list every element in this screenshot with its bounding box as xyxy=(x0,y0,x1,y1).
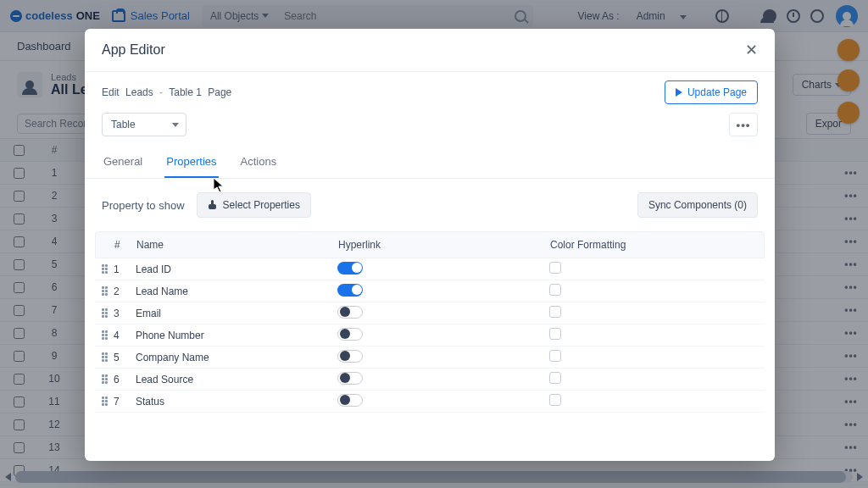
sync-components-button[interactable]: Sync Components (0) xyxy=(637,192,758,218)
select-properties-label: Select Properties xyxy=(223,199,300,211)
more-options-button[interactable]: ••• xyxy=(729,113,758,136)
property-number: 1 xyxy=(114,263,136,275)
property-name: Lead Source xyxy=(136,374,337,385)
tab-general[interactable]: General xyxy=(102,147,144,178)
property-name: Company Name xyxy=(136,352,337,363)
drag-handle-icon[interactable] xyxy=(95,330,114,340)
view-type-select[interactable]: Table xyxy=(102,113,186,136)
select-properties-button[interactable]: Select Properties xyxy=(197,192,311,218)
close-button[interactable]: ✕ xyxy=(745,41,758,59)
crumb-page: Page xyxy=(208,86,231,98)
drag-handle-icon[interactable] xyxy=(95,286,114,296)
property-number: 4 xyxy=(114,330,136,341)
hyperlink-toggle[interactable] xyxy=(337,350,363,363)
app-editor-modal: App Editor ✕ Edit Leads - Table 1 Page U… xyxy=(85,29,775,461)
property-row: 6Lead Source xyxy=(95,369,765,391)
modal-title: App Editor xyxy=(102,42,165,58)
update-page-label: Update Page xyxy=(687,86,747,98)
hyperlink-toggle[interactable] xyxy=(337,394,363,407)
drag-handle-icon[interactable] xyxy=(95,264,114,274)
property-name: Status xyxy=(136,396,337,408)
drag-handle-icon[interactable] xyxy=(95,352,114,362)
col-name: Name xyxy=(136,239,338,251)
properties-table-header: # Name Hyperlink Color Formatting xyxy=(95,231,765,258)
property-row: 1Lead ID xyxy=(95,258,765,280)
hyperlink-toggle[interactable] xyxy=(337,372,363,385)
property-number: 7 xyxy=(114,396,136,408)
col-number: # xyxy=(114,239,136,251)
hyperlink-toggle[interactable] xyxy=(337,306,363,319)
property-number: 5 xyxy=(114,352,136,363)
hyperlink-toggle[interactable] xyxy=(337,328,363,341)
view-type-value: Table xyxy=(111,119,136,130)
modal-tabs: General Properties Actions xyxy=(85,147,775,179)
tab-properties[interactable]: Properties xyxy=(164,147,218,178)
color-formatting-checkbox[interactable] xyxy=(549,328,561,340)
breadcrumb: Edit Leads - Table 1 Page xyxy=(102,86,231,98)
crumb-leads[interactable]: Leads xyxy=(125,86,153,98)
paper-plane-icon xyxy=(676,88,682,97)
crumb-edit[interactable]: Edit xyxy=(102,86,120,98)
crumb-sep: - xyxy=(159,86,163,98)
drag-handle-icon[interactable] xyxy=(95,308,114,318)
property-name: Email xyxy=(136,308,337,319)
chevron-down-icon xyxy=(172,123,179,127)
pointer-icon xyxy=(208,200,218,210)
modal-toolbar: Table ••• xyxy=(85,113,775,147)
hyperlink-toggle[interactable] xyxy=(337,284,363,297)
color-formatting-checkbox[interactable] xyxy=(549,394,561,406)
hyperlink-toggle[interactable] xyxy=(337,262,363,274)
property-row: 3Email xyxy=(95,302,765,324)
property-name: Lead Name xyxy=(136,286,337,297)
property-number: 3 xyxy=(114,308,136,319)
property-row: 5Company Name xyxy=(95,347,765,369)
property-toolbar: Property to show Select Properties Sync … xyxy=(85,179,775,231)
update-page-button[interactable]: Update Page xyxy=(665,80,758,104)
crumb-table[interactable]: Table 1 xyxy=(169,86,202,98)
property-name: Lead ID xyxy=(136,263,337,275)
col-hyperlink: Hyperlink xyxy=(338,239,550,251)
modal-header: App Editor ✕ xyxy=(85,29,775,72)
property-number: 6 xyxy=(114,374,136,385)
property-to-show-label: Property to show xyxy=(102,199,185,212)
modal-breadcrumb-row: Edit Leads - Table 1 Page Update Page xyxy=(85,72,775,113)
tab-actions[interactable]: Actions xyxy=(239,147,279,178)
col-color-formatting: Color Formatting xyxy=(550,239,764,251)
property-number: 2 xyxy=(114,286,136,297)
drag-handle-icon[interactable] xyxy=(95,396,114,406)
property-row: 7Status xyxy=(95,391,765,413)
color-formatting-checkbox[interactable] xyxy=(549,306,561,318)
property-row: 2Lead Name xyxy=(95,280,765,302)
drag-handle-icon[interactable] xyxy=(95,374,114,384)
color-formatting-checkbox[interactable] xyxy=(549,262,561,274)
color-formatting-checkbox[interactable] xyxy=(549,372,561,384)
properties-table: # Name Hyperlink Color Formatting 1Lead … xyxy=(95,231,765,413)
property-row: 4Phone Number xyxy=(95,324,765,347)
property-name: Phone Number xyxy=(136,330,337,341)
color-formatting-checkbox[interactable] xyxy=(549,350,561,362)
color-formatting-checkbox[interactable] xyxy=(549,284,561,296)
